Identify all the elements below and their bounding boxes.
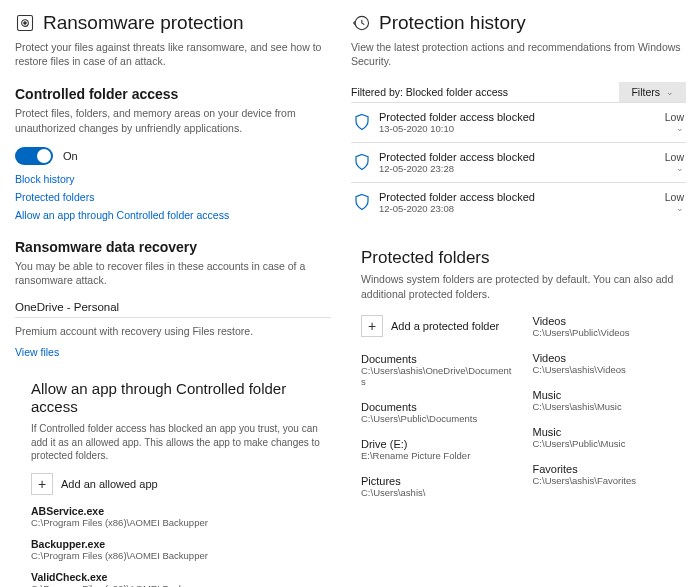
filtered-by-label: Filtered by: Blocked folder access — [351, 86, 508, 98]
add-allowed-app-button[interactable]: + Add an allowed app — [15, 473, 331, 495]
protected-folder-item[interactable]: Videos C:\Users\ashis\Videos — [533, 352, 687, 375]
shield-icon — [353, 193, 371, 211]
history-item[interactable]: Protected folder access blocked 12-05-20… — [351, 142, 686, 182]
add-protected-folder-button[interactable]: + Add a protected folder — [361, 315, 515, 337]
block-history-link[interactable]: Block history — [15, 173, 331, 185]
cfa-desc: Protect files, folders, and memory areas… — [15, 106, 331, 134]
allow-desc: If Controlled folder access has blocked … — [15, 422, 331, 463]
history-title: Protection history — [379, 12, 526, 34]
protected-folder-item[interactable]: Music C:\Users\Public\Music — [533, 426, 687, 449]
history-item[interactable]: Protected folder access blocked 12-05-20… — [351, 182, 686, 222]
severity-label: Low — [665, 111, 684, 123]
allow-title: Allow an app through Controlled folder a… — [15, 380, 331, 416]
chevron-down-icon: ⌄ — [665, 163, 684, 173]
protected-folders-link[interactable]: Protected folders — [15, 191, 331, 203]
cfa-title: Controlled folder access — [15, 86, 331, 102]
protected-folders-desc: Windows system folders are protected by … — [351, 272, 686, 300]
view-files-link[interactable]: View files — [15, 346, 331, 358]
recovery-title: Ransomware data recovery — [15, 239, 331, 255]
protected-folder-item[interactable]: Documents C:\Users\Public\Documents — [361, 401, 515, 424]
cfa-toggle[interactable] — [15, 147, 53, 165]
protected-folder-item[interactable]: Music C:\Users\ashis\Music — [533, 389, 687, 412]
add-allowed-app-label: Add an allowed app — [61, 478, 158, 490]
severity-label: Low — [665, 151, 684, 163]
add-protected-folder-label: Add a protected folder — [391, 320, 499, 332]
protected-folder-item[interactable]: Favorites C:\Users\ashis\Favorites — [533, 463, 687, 486]
filters-label: Filters — [631, 86, 660, 98]
page-title: Ransomware protection — [43, 12, 244, 34]
plus-icon: + — [361, 315, 383, 337]
history-item[interactable]: Protected folder access blocked 13-05-20… — [351, 102, 686, 142]
recovery-account: OneDrive - Personal — [15, 301, 331, 313]
recovery-desc: You may be able to recover files in thes… — [15, 259, 331, 287]
cfa-toggle-label: On — [63, 150, 78, 162]
svg-point-2 — [24, 22, 27, 25]
allowed-app-item[interactable]: ABService.exe C:\Program Files (x86)\AOM… — [15, 505, 331, 528]
chevron-down-icon: ⌄ — [665, 203, 684, 213]
ransomware-icon — [15, 13, 35, 33]
shield-icon — [353, 113, 371, 131]
protected-folder-item[interactable]: Pictures C:\Users\ashis\ — [361, 475, 515, 498]
chevron-down-icon: ⌄ — [665, 123, 684, 133]
protected-folders-title: Protected folders — [351, 248, 686, 268]
chevron-down-icon: ⌄ — [666, 87, 674, 97]
allow-app-link[interactable]: Allow an app through Controlled folder a… — [15, 209, 331, 221]
protected-folder-item[interactable]: Videos C:\Users\Public\Videos — [533, 315, 687, 338]
recovery-account-desc: Premium account with recovery using File… — [15, 324, 331, 338]
shield-icon — [353, 153, 371, 171]
page-desc: Protect your files against threats like … — [15, 40, 331, 68]
filters-button[interactable]: Filters ⌄ — [619, 82, 686, 102]
protected-folder-item[interactable]: Documents C:\Users\ashis\OneDrive\Docume… — [361, 353, 515, 387]
history-desc: View the latest protection actions and r… — [351, 40, 686, 68]
allowed-app-item[interactable]: ValidCheck.exe C:\Program Files (x86)\AO… — [15, 571, 331, 587]
severity-label: Low — [665, 191, 684, 203]
protected-folder-item[interactable]: Drive (E:) E:\Rename Picture Folder — [361, 438, 515, 461]
allowed-app-item[interactable]: Backupper.exe C:\Program Files (x86)\AOM… — [15, 538, 331, 561]
plus-icon: + — [31, 473, 53, 495]
history-icon — [351, 13, 371, 33]
